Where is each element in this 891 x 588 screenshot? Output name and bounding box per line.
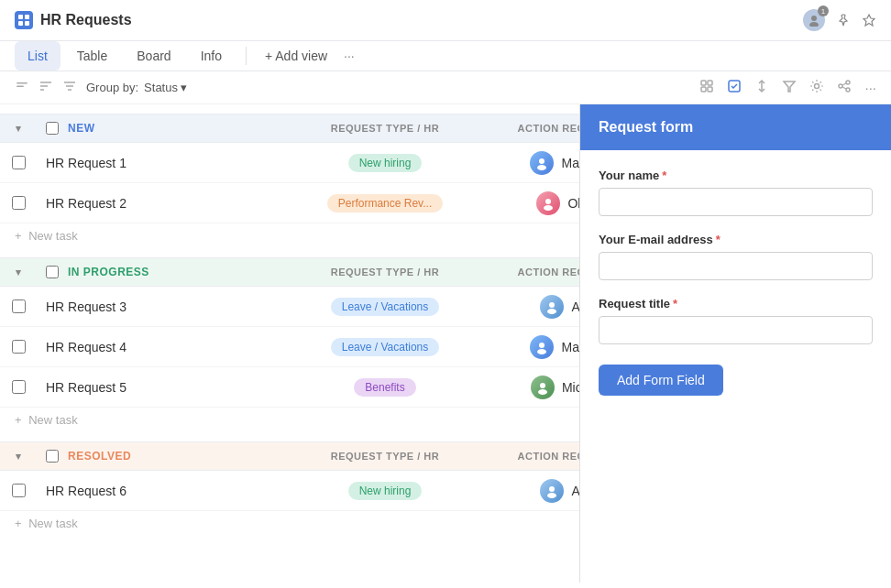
row-name[interactable]: HR Request 4 [46,340,126,354]
svg-rect-15 [701,81,706,85]
row-name[interactable]: HR Request 3 [46,299,126,314]
col-name-header: NEW [37,114,293,142]
group-in-progress: ▾ IN PROGRESS REQUEST TYPE / HR ACTION R… [0,257,579,432]
sort-icon[interactable] [38,79,53,96]
chevron-down-icon[interactable]: ▾ [16,267,22,278]
svg-rect-16 [708,81,712,85]
assignee-name: Mathew [561,340,579,354]
row-checkbox[interactable] [12,340,26,354]
filter-funnel-icon[interactable] [782,79,797,96]
svg-marker-6 [864,15,874,26]
share-icon[interactable] [837,79,852,96]
cell-name: HR Request 2 [37,189,293,218]
chevron-down-icon[interactable]: ▾ [16,123,22,135]
tab-board[interactable]: Board [124,41,183,71]
pin-icon[interactable] [836,13,851,27]
svg-point-33 [547,309,556,314]
group-new: ▾ NEW REQUEST TYPE / HR ACTION REQUIRED … [0,114,579,248]
group-progress-header-row: ▾ IN PROGRESS REQUEST TYPE / HR ACTION R… [0,257,579,287]
col-name-header-resolved: RESOLVED [37,442,293,470]
avatar [540,479,564,503]
panel-title: Request form [599,119,693,135]
group-by-control[interactable]: Group by: Status ▾ [86,81,187,94]
checkbox-icon[interactable] [727,79,742,96]
col-request-type-header-new: REQUEST TYPE / HR [293,114,477,142]
tag-new-hiring: New hiring [348,154,423,172]
settings-icon[interactable] [809,79,824,96]
notification-badge: 1 [818,5,829,16]
row-checkbox[interactable] [12,380,26,394]
form-field-email: Your E-mail address * [599,233,873,280]
group-resolved: ▾ RESOLVED REQUEST TYPE / HR ACTION REQU… [0,441,579,536]
tag-performance: Performance Rev... [327,194,443,212]
col-request-type-header-resolved: REQUEST TYPE / HR [293,442,477,470]
cell-tag: New hiring [293,147,477,180]
filter-icon[interactable] [62,79,77,96]
request-title-input[interactable] [599,316,873,344]
new-task-button[interactable]: + New task [0,408,579,432]
row-checkbox[interactable] [12,299,26,313]
col-toggle[interactable]: ▾ [0,442,37,470]
svg-point-29 [537,165,546,170]
col-action-header-resolved: ACTION REQUIRED [477,442,579,470]
svg-point-24 [839,84,842,88]
row-checkbox[interactable] [12,156,26,169]
toolbar: Group by: Status ▾ ··· [0,71,891,104]
new-task-plus-icon: + [15,517,22,530]
group-select-checkbox[interactable] [46,122,59,135]
group-by-value[interactable]: Status ▾ [144,81,187,94]
row-name[interactable]: HR Request 6 [46,484,126,498]
name-input[interactable] [599,188,873,216]
new-task-button[interactable]: + New task [0,511,579,536]
row-name[interactable]: HR Request 2 [46,196,126,211]
tab-list[interactable]: List [15,41,60,71]
svg-point-4 [811,16,817,21]
panel-body: Your name * Your E-mail address * Reques… [580,150,891,583]
tab-table[interactable]: Table [64,41,120,71]
row-checkbox[interactable] [12,484,26,497]
svg-rect-7 [16,82,28,84]
table-row: HR Request 5 Benefits Michael [0,367,579,408]
svg-rect-8 [16,86,24,88]
col-toggle[interactable]: ▾ [0,114,37,142]
svg-rect-17 [701,87,706,92]
new-task-plus-icon: + [15,413,22,427]
group-select-checkbox[interactable] [46,450,59,463]
col-request-type-header-progress: REQUEST TYPE / HR [293,258,477,286]
row-name[interactable]: HR Request 1 [46,156,126,170]
row-name[interactable]: HR Request 5 [46,380,126,395]
svg-point-23 [846,81,850,84]
more-options-icon[interactable]: ··· [864,80,876,95]
tab-info[interactable]: Info [188,41,235,71]
nav-more-button[interactable]: ··· [338,43,360,69]
col-toggle[interactable]: ▾ [0,258,37,286]
table-row: HR Request 6 New hiring Alex [0,471,579,511]
cell-assignee: Mathew [477,328,579,366]
row-checkbox[interactable] [12,196,26,210]
field-label-name: Your name * [599,169,873,182]
chevron-down-icon[interactable]: ▾ [16,451,22,463]
grid-icon[interactable] [699,79,714,96]
nav-divider [246,47,247,65]
svg-rect-0 [18,15,23,19]
new-task-button[interactable]: + New task [0,223,579,248]
table-row: HR Request 3 Leave / Vacations Alex [0,287,579,327]
app-icon [15,11,33,29]
add-form-field-button[interactable]: Add Form Field [599,365,723,396]
cell-assignee: Mathew [477,144,579,182]
svg-point-5 [809,22,819,27]
svg-point-38 [549,486,555,492]
email-input[interactable] [599,252,873,280]
add-view-button[interactable]: + Add view [258,43,335,69]
svg-line-27 [842,87,846,89]
cell-assignee: Alex [477,288,579,326]
avatar: 1 [803,9,825,31]
svg-point-39 [547,493,556,498]
svg-marker-21 [784,82,795,92]
group-new-header-row: ▾ NEW REQUEST TYPE / HR ACTION REQUIRED … [0,114,579,143]
sort-arrows-icon[interactable] [754,79,769,96]
collapse-icon[interactable] [15,79,29,96]
star-icon[interactable] [862,13,876,27]
group-select-checkbox[interactable] [46,266,59,278]
assignee-name: Mathew [561,156,579,170]
